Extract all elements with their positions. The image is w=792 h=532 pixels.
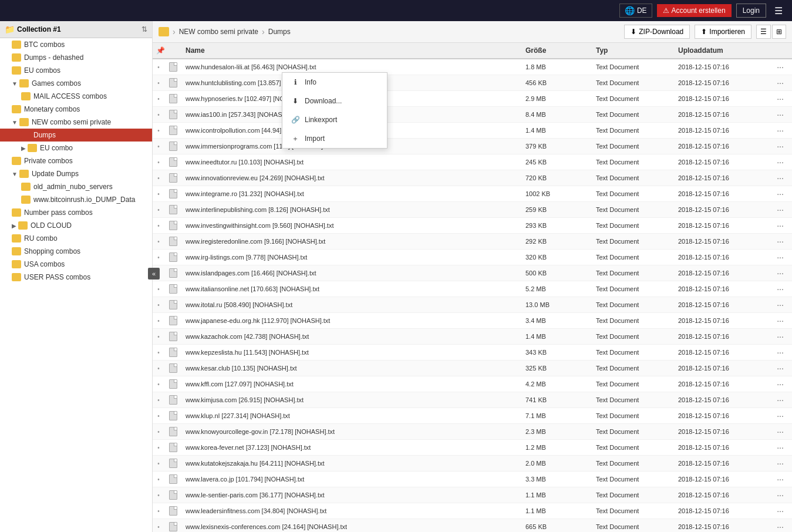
table-row[interactable]: • www.japanese-edu.org.hk [112.970] [NOH…	[153, 313, 792, 329]
sidebar-item-mail-access-combos[interactable]: MAIL ACCESS combos	[0, 90, 152, 103]
row-more[interactable]: ···	[769, 329, 792, 344]
row-more-button[interactable]: ···	[774, 61, 786, 73]
login-button[interactable]: Login	[736, 4, 766, 18]
row-more-button[interactable]: ···	[774, 220, 786, 231]
sidebar-item-update-dumps[interactable]: ▼ Update Dumps	[0, 167, 152, 180]
th-name[interactable]: Name	[182, 45, 522, 56]
importieren-button[interactable]: ⬆ Importieren	[695, 25, 751, 39]
table-row[interactable]: • www.iregisteredonline.com [9.166] [NOH…	[153, 234, 792, 250]
zip-download-button[interactable]: ⬇ ZIP-Download	[624, 25, 690, 39]
table-row[interactable]: • www.hypnoseries.tv [102.497] [NOHASH].…	[153, 91, 792, 107]
sidebar-item-eu-combos[interactable]: EU combos	[0, 64, 152, 77]
row-more-button[interactable]: ···	[774, 299, 786, 311]
table-row[interactable]: • www.kesar.club [10.135] [NOHASH].txt 3…	[153, 361, 792, 376]
row-more-button[interactable]: ···	[774, 235, 786, 247]
table-row[interactable]: • www.italiansonline.net [170.663] [NOHA…	[153, 281, 792, 297]
row-more-button[interactable]: ···	[774, 109, 786, 120]
row-more-button[interactable]: ···	[774, 204, 786, 216]
table-row[interactable]: • www.islandpages.com [16.466] [NOHASH].…	[153, 265, 792, 281]
row-more[interactable]: ···	[769, 75, 792, 90]
row-more[interactable]: ···	[769, 456, 792, 471]
sidebar-item-shopping-combos[interactable]: Shopping combos	[0, 245, 152, 258]
breadcrumb-part-1[interactable]: NEW combo semi private	[179, 28, 258, 36]
context-menu-import[interactable]: ＋ Import	[282, 129, 387, 148]
hamburger-menu-button[interactable]: ☰	[771, 4, 786, 18]
table-row[interactable]: • www.korea-fever.net [37.123] [NOHASH].…	[153, 440, 792, 456]
row-more[interactable]: ···	[769, 361, 792, 376]
row-more[interactable]: ···	[769, 376, 792, 392]
table-row[interactable]: • www.knowyourcollege-gov.in [72.178] [N…	[153, 424, 792, 440]
table-row[interactable]: • www.kutatokejszakaja.hu [64.211] [NOHA…	[153, 456, 792, 472]
row-more[interactable]: ···	[769, 503, 792, 518]
language-button[interactable]: 🌐 DE	[619, 4, 652, 18]
list-view-button[interactable]: ☰	[756, 25, 771, 39]
row-more-button[interactable]: ···	[774, 346, 786, 358]
row-more-button[interactable]: ···	[774, 267, 786, 279]
table-row[interactable]: • www.lavera.co.jp [101.794] [NOHASH].tx…	[153, 472, 792, 487]
row-more[interactable]: ···	[769, 186, 792, 201]
row-more[interactable]: ···	[769, 170, 792, 186]
row-more-button[interactable]: ···	[774, 283, 786, 295]
row-more-button[interactable]: ···	[774, 331, 786, 342]
row-more[interactable]: ···	[769, 519, 792, 532]
row-more[interactable]: ···	[769, 139, 792, 154]
row-more-button[interactable]: ···	[774, 457, 786, 469]
table-row[interactable]: • www.icontrolpollution.com [44.94] [NOH…	[153, 123, 792, 139]
row-more[interactable]: ···	[769, 202, 792, 217]
table-row[interactable]: • www.irg-listings.com [9.778] [NOHASH].…	[153, 250, 792, 265]
row-more[interactable]: ···	[769, 472, 792, 487]
table-row[interactable]: • www.integrame.ro [31.232] [NOHASH].txt…	[153, 186, 792, 202]
row-more[interactable]: ···	[769, 281, 792, 297]
table-row[interactable]: • www.investingwithinsight.com [9.560] […	[153, 218, 792, 234]
sidebar-item-new-combo[interactable]: ▼ NEW combo semi private	[0, 116, 152, 129]
row-more[interactable]: ···	[769, 297, 792, 312]
row-more-button[interactable]: ···	[774, 426, 786, 437]
sidebar-item-dumps-dehashed[interactable]: Dumps - dehashed	[0, 51, 152, 64]
sidebar-item-private-combos[interactable]: Private combos	[0, 154, 152, 167]
row-more-button[interactable]: ···	[774, 93, 786, 105]
row-more-button[interactable]: ···	[774, 172, 786, 184]
row-more-button[interactable]: ···	[774, 521, 786, 532]
row-more-button[interactable]: ···	[774, 473, 786, 485]
table-row[interactable]: • www.innovationreview.eu [24.269] [NOHA…	[153, 170, 792, 186]
row-more[interactable]: ···	[769, 91, 792, 106]
table-row[interactable]: • www.kazachok.com [42.738] [NOHASH].txt…	[153, 329, 792, 345]
table-row[interactable]: • www.kimjusa.com [26.915] [NOHASH].txt …	[153, 392, 792, 408]
row-more[interactable]: ···	[769, 408, 792, 423]
table-row[interactable]: • www.kepzeslista.hu [11.543] [NOHASH].t…	[153, 345, 792, 361]
table-row[interactable]: • www.interlinepublishing.com [8.126] [N…	[153, 202, 792, 218]
sidebar-item-user-pass-combos[interactable]: USER PASS combos	[0, 271, 152, 284]
row-more-button[interactable]: ···	[774, 442, 786, 453]
table-row[interactable]: • www.hundesalon-lili.at [56.463] [NOHAS…	[153, 59, 792, 75]
row-more-button[interactable]: ···	[774, 378, 786, 390]
table-row[interactable]: • www.ias100.in [257.343] [NOHASH].txt 8…	[153, 107, 792, 123]
context-menu-linkexport[interactable]: 🔗 Linkexport	[282, 110, 387, 129]
row-more[interactable]: ···	[769, 424, 792, 439]
row-more[interactable]: ···	[769, 345, 792, 360]
row-more[interactable]: ···	[769, 218, 792, 233]
sidebar-item-number-pass-combos[interactable]: Number pass combos	[0, 206, 152, 219]
row-more-button[interactable]: ···	[774, 140, 786, 152]
row-more[interactable]: ···	[769, 250, 792, 265]
sidebar-collapse-button[interactable]: «	[148, 268, 153, 280]
row-more-button[interactable]: ···	[774, 188, 786, 200]
sidebar-item-old-cloud[interactable]: ▶ OLD CLOUD	[0, 219, 152, 232]
row-more[interactable]: ···	[769, 487, 792, 503]
context-menu-download[interactable]: ⬇ Download...	[282, 92, 387, 110]
table-row[interactable]: • www.ineedtutor.ru [10.103] [NOHASH].tx…	[153, 154, 792, 170]
row-more[interactable]: ···	[769, 123, 792, 138]
row-more-button[interactable]: ···	[774, 489, 786, 501]
breadcrumb-part-2[interactable]: Dumps	[268, 28, 291, 36]
table-row[interactable]: • www.leadersinfitness.com [34.804] [NOH…	[153, 503, 792, 519]
sidebar-item-usa-combos[interactable]: USA combos	[0, 258, 152, 271]
context-menu-info[interactable]: ℹ Info	[282, 73, 387, 92]
sidebar-item-old-admin[interactable]: old_admin_nubo_servers	[0, 180, 152, 193]
account-create-button[interactable]: ⚠ Account erstellen	[657, 4, 732, 17]
table-row[interactable]: • www.le-sentier-paris.com [36.177] [NOH…	[153, 487, 792, 503]
sidebar-item-eu-combo[interactable]: ▶ EU combo	[0, 142, 152, 154]
table-row[interactable]: • www.itotal.ru [508.490] [NOHASH].txt 1…	[153, 297, 792, 313]
row-more-button[interactable]: ···	[774, 362, 786, 374]
sidebar-item-monetary-combos[interactable]: Monetary combos	[0, 103, 152, 116]
row-more-button[interactable]: ···	[774, 156, 786, 168]
grid-view-button[interactable]: ⊞	[772, 25, 786, 39]
